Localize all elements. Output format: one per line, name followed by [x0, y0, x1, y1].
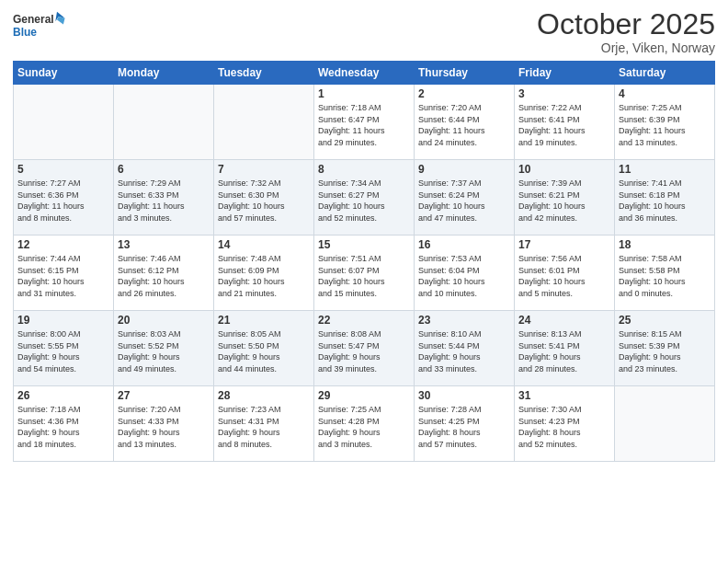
day-number: 5 [17, 163, 109, 176]
day-number: 13 [118, 238, 210, 251]
week-row-4: 26Sunrise: 7:18 AMSunset: 4:36 PMDayligh… [14, 386, 715, 462]
day-number: 12 [17, 238, 109, 251]
table-row: 17Sunrise: 7:56 AMSunset: 6:01 PMDayligh… [515, 236, 615, 311]
table-row: 5Sunrise: 7:27 AMSunset: 6:36 PMDaylight… [14, 160, 114, 236]
day-number: 30 [418, 389, 510, 402]
day-info: Sunrise: 7:30 AMSunset: 4:23 PMDaylight:… [518, 404, 610, 450]
day-info: Sunrise: 7:41 AMSunset: 6:18 PMDaylight:… [619, 178, 711, 224]
day-number: 3 [518, 87, 610, 100]
day-info: Sunrise: 7:39 AMSunset: 6:21 PMDaylight:… [518, 178, 610, 224]
table-row: 29Sunrise: 7:25 AMSunset: 4:28 PMDayligh… [314, 386, 415, 462]
logo-svg: General Blue [13, 9, 68, 46]
col-sunday: Sunday [14, 62, 114, 85]
day-number: 25 [619, 314, 711, 327]
day-info: Sunrise: 7:56 AMSunset: 6:01 PMDaylight:… [518, 253, 610, 299]
day-number: 17 [518, 238, 610, 251]
day-info: Sunrise: 7:20 AMSunset: 4:33 PMDaylight:… [118, 404, 210, 450]
table-row: 14Sunrise: 7:48 AMSunset: 6:09 PMDayligh… [214, 236, 314, 311]
day-info: Sunrise: 8:15 AMSunset: 5:39 PMDaylight:… [619, 328, 711, 374]
day-info: Sunrise: 7:25 AMSunset: 6:39 PMDaylight:… [619, 102, 711, 148]
day-info: Sunrise: 7:25 AMSunset: 4:28 PMDaylight:… [318, 404, 410, 450]
table-row: 4Sunrise: 7:25 AMSunset: 6:39 PMDaylight… [615, 85, 715, 160]
title-block: October 2025 Orje, Viken, Norway [537, 9, 715, 55]
table-row: 22Sunrise: 8:08 AMSunset: 5:47 PMDayligh… [314, 311, 415, 386]
table-row [114, 85, 214, 160]
day-number: 10 [518, 163, 610, 176]
table-row: 26Sunrise: 7:18 AMSunset: 4:36 PMDayligh… [14, 386, 114, 462]
table-row: 2Sunrise: 7:20 AMSunset: 6:44 PMDaylight… [415, 85, 515, 160]
day-number: 19 [17, 314, 109, 327]
day-number: 27 [118, 389, 210, 402]
day-number: 6 [118, 163, 210, 176]
day-number: 21 [218, 314, 310, 327]
day-number: 7 [218, 163, 310, 176]
table-row [214, 85, 314, 160]
table-row: 20Sunrise: 8:03 AMSunset: 5:52 PMDayligh… [114, 311, 214, 386]
table-row: 11Sunrise: 7:41 AMSunset: 6:18 PMDayligh… [615, 160, 715, 236]
day-number: 26 [17, 389, 109, 402]
day-number: 31 [518, 389, 610, 402]
day-info: Sunrise: 8:08 AMSunset: 5:47 PMDaylight:… [318, 328, 410, 374]
day-info: Sunrise: 7:28 AMSunset: 4:25 PMDaylight:… [418, 404, 510, 450]
logo: General Blue [13, 9, 68, 46]
day-number: 24 [518, 314, 610, 327]
day-number: 14 [218, 238, 310, 251]
day-info: Sunrise: 7:51 AMSunset: 6:07 PMDaylight:… [318, 253, 410, 299]
page-container: General Blue October 2025 Orje, Viken, N… [0, 0, 728, 563]
day-info: Sunrise: 7:44 AMSunset: 6:15 PMDaylight:… [17, 253, 109, 299]
table-row: 13Sunrise: 7:46 AMSunset: 6:12 PMDayligh… [114, 236, 214, 311]
day-info: Sunrise: 8:05 AMSunset: 5:50 PMDaylight:… [218, 328, 310, 374]
svg-text:General: General [13, 13, 54, 26]
day-info: Sunrise: 7:27 AMSunset: 6:36 PMDaylight:… [17, 178, 109, 224]
location: Orje, Viken, Norway [537, 40, 715, 55]
day-info: Sunrise: 7:48 AMSunset: 6:09 PMDaylight:… [218, 253, 310, 299]
table-row: 9Sunrise: 7:37 AMSunset: 6:24 PMDaylight… [415, 160, 515, 236]
day-info: Sunrise: 7:37 AMSunset: 6:24 PMDaylight:… [418, 178, 510, 224]
day-number: 20 [118, 314, 210, 327]
day-number: 29 [318, 389, 410, 402]
day-number: 16 [418, 238, 510, 251]
day-info: Sunrise: 8:00 AMSunset: 5:55 PMDaylight:… [17, 328, 109, 374]
day-info: Sunrise: 7:29 AMSunset: 6:33 PMDaylight:… [118, 178, 210, 224]
table-row: 16Sunrise: 7:53 AMSunset: 6:04 PMDayligh… [415, 236, 515, 311]
table-row [615, 386, 715, 462]
day-info: Sunrise: 7:34 AMSunset: 6:27 PMDaylight:… [318, 178, 410, 224]
day-info: Sunrise: 8:10 AMSunset: 5:44 PMDaylight:… [418, 328, 510, 374]
page-header: General Blue October 2025 Orje, Viken, N… [13, 9, 715, 55]
month-title: October 2025 [537, 9, 715, 39]
day-info: Sunrise: 7:18 AMSunset: 4:36 PMDaylight:… [17, 404, 109, 450]
day-number: 1 [318, 87, 410, 100]
col-monday: Monday [114, 62, 214, 85]
table-row: 31Sunrise: 7:30 AMSunset: 4:23 PMDayligh… [515, 386, 615, 462]
col-friday: Friday [515, 62, 615, 85]
day-info: Sunrise: 8:13 AMSunset: 5:41 PMDaylight:… [518, 328, 610, 374]
table-row: 10Sunrise: 7:39 AMSunset: 6:21 PMDayligh… [515, 160, 615, 236]
table-row: 19Sunrise: 8:00 AMSunset: 5:55 PMDayligh… [14, 311, 114, 386]
day-number: 9 [418, 163, 510, 176]
day-info: Sunrise: 7:53 AMSunset: 6:04 PMDaylight:… [418, 253, 510, 299]
table-row: 12Sunrise: 7:44 AMSunset: 6:15 PMDayligh… [14, 236, 114, 311]
table-row: 6Sunrise: 7:29 AMSunset: 6:33 PMDaylight… [114, 160, 214, 236]
week-row-1: 5Sunrise: 7:27 AMSunset: 6:36 PMDaylight… [14, 160, 715, 236]
col-wednesday: Wednesday [314, 62, 415, 85]
day-number: 23 [418, 314, 510, 327]
col-thursday: Thursday [415, 62, 515, 85]
table-row: 3Sunrise: 7:22 AMSunset: 6:41 PMDaylight… [515, 85, 615, 160]
table-row: 7Sunrise: 7:32 AMSunset: 6:30 PMDaylight… [214, 160, 314, 236]
header-row: Sunday Monday Tuesday Wednesday Thursday… [14, 62, 715, 85]
day-info: Sunrise: 7:58 AMSunset: 5:58 PMDaylight:… [619, 253, 711, 299]
week-row-3: 19Sunrise: 8:00 AMSunset: 5:55 PMDayligh… [14, 311, 715, 386]
table-row: 27Sunrise: 7:20 AMSunset: 4:33 PMDayligh… [114, 386, 214, 462]
day-info: Sunrise: 7:23 AMSunset: 4:31 PMDaylight:… [218, 404, 310, 450]
day-number: 28 [218, 389, 310, 402]
day-info: Sunrise: 7:32 AMSunset: 6:30 PMDaylight:… [218, 178, 310, 224]
table-row: 15Sunrise: 7:51 AMSunset: 6:07 PMDayligh… [314, 236, 415, 311]
day-number: 2 [418, 87, 510, 100]
table-row: 18Sunrise: 7:58 AMSunset: 5:58 PMDayligh… [615, 236, 715, 311]
table-row: 1Sunrise: 7:18 AMSunset: 6:47 PMDaylight… [314, 85, 415, 160]
table-row: 28Sunrise: 7:23 AMSunset: 4:31 PMDayligh… [214, 386, 314, 462]
day-info: Sunrise: 7:20 AMSunset: 6:44 PMDaylight:… [418, 102, 510, 148]
week-row-2: 12Sunrise: 7:44 AMSunset: 6:15 PMDayligh… [14, 236, 715, 311]
table-row [14, 85, 114, 160]
day-number: 18 [619, 238, 711, 251]
